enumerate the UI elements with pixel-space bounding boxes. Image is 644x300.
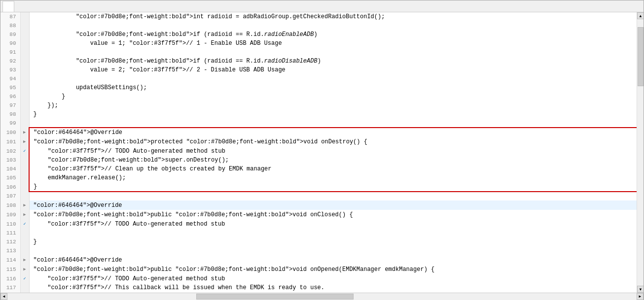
gutter-icon-cell — [20, 165, 29, 173]
line-number: 102 — [0, 146, 20, 156]
code-line: "color:#3f7f5f">// TODO Auto-generated m… — [29, 219, 637, 229]
table-row: 95 updateUSBSettings(); — [0, 83, 637, 92]
line-number: 113 — [0, 246, 20, 255]
code-line: "color:#7b0d8e;font-weight:bold">protect… — [29, 137, 637, 146]
gutter-icon-cell — [20, 156, 29, 165]
code-line: } — [29, 92, 637, 101]
code-line: "color:#3f7f5f">// Clean up the objects … — [29, 165, 637, 173]
gutter-icon-cell — [20, 66, 29, 74]
line-number: 114 — [0, 255, 20, 265]
line-number: 117 — [0, 283, 20, 292]
code-line: "color:#646464">@Override — [29, 128, 637, 137]
table-row: 115▶"color:#7b0d8e;font-weight:bold">pub… — [0, 265, 637, 274]
tab-bar — [0, 0, 644, 12]
gutter-icon-cell: ▶ — [20, 255, 29, 265]
code-line: value = 2; "color:#3f7f5f">// 2 - Disabl… — [29, 66, 637, 74]
scrollbar-down-arrow[interactable]: ▼ — [637, 286, 644, 293]
gutter-icon-cell — [20, 110, 29, 119]
line-number: 110 — [0, 219, 20, 229]
editor-tab[interactable] — [2, 1, 14, 12]
code-line — [29, 21, 637, 30]
table-row: 107 — [0, 192, 637, 200]
expand-arrow-icon[interactable]: ▶ — [23, 258, 26, 263]
table-row: 106} — [0, 182, 637, 192]
line-number: 115 — [0, 265, 20, 274]
gutter-icon-cell — [20, 74, 29, 83]
horizontal-scrollbar[interactable]: ◀ ▶ — [0, 293, 644, 300]
code-line: } — [29, 110, 637, 119]
table-row: 114▶"color:#646464">@Override — [0, 255, 637, 265]
line-number: 97 — [0, 101, 20, 110]
gutter-icon-cell — [20, 39, 29, 48]
vertical-scrollbar[interactable]: ▲ ▼ — [637, 12, 644, 293]
gutter-icon-cell — [20, 237, 29, 246]
expand-arrow-icon[interactable]: ▶ — [23, 267, 26, 272]
table-row: 96 } — [0, 92, 637, 101]
gutter-icon-cell — [20, 101, 29, 110]
code-line: "color:#7b0d8e;font-weight:bold">public … — [29, 265, 637, 274]
table-row: 88 — [0, 21, 637, 30]
table-row: 113 — [0, 246, 637, 255]
code-line — [29, 246, 637, 255]
gutter-icon-cell: ▶ — [20, 137, 29, 146]
code-line: emdkManager.release(); — [29, 173, 637, 182]
table-row: 89 "color:#7b0d8e;font-weight:bold">if (… — [0, 30, 637, 39]
code-line: "color:#646464">@Override — [29, 255, 637, 265]
gutter-icon-cell — [20, 30, 29, 39]
gutter-icon-cell — [20, 192, 29, 200]
code-line — [29, 119, 637, 128]
todo-icon: ✓ — [23, 276, 26, 281]
scrollbar-h-thumb[interactable] — [196, 294, 354, 300]
gutter-icon-cell — [20, 229, 29, 237]
line-number: 105 — [0, 173, 20, 182]
gutter-icon-cell — [20, 48, 29, 57]
scrollbar-right-arrow[interactable]: ▶ — [637, 293, 644, 300]
code-line: "color:#7b0d8e;font-weight:bold">if (rad… — [29, 57, 637, 66]
scrollbar-thumb[interactable] — [638, 27, 644, 86]
gutter-icon-cell: ✓ — [20, 274, 29, 283]
expand-arrow-icon[interactable]: ▶ — [23, 130, 26, 135]
line-number: 111 — [0, 229, 20, 237]
code-line: "color:#7b0d8e;font-weight:bold">int rad… — [29, 12, 637, 21]
editor-window: 87 "color:#7b0d8e;font-weight:bold">int … — [0, 0, 644, 300]
code-line: "color:#3f7f5f">// This callback will be… — [29, 283, 637, 292]
line-number: 98 — [0, 110, 20, 119]
line-number: 103 — [0, 156, 20, 165]
table-row: 109▶"color:#7b0d8e;font-weight:bold">pub… — [0, 210, 637, 219]
code-area[interactable]: 87 "color:#7b0d8e;font-weight:bold">int … — [0, 12, 637, 293]
table-row: 117 "color:#3f7f5f">// This callback wil… — [0, 283, 637, 292]
code-line: "color:#3f7f5f">// TODO Auto-generated m… — [29, 274, 637, 283]
line-number: 96 — [0, 92, 20, 101]
code-line: "color:#7b0d8e;font-weight:bold">if (rad… — [29, 30, 637, 39]
scrollbar-up-arrow[interactable]: ▲ — [637, 12, 644, 19]
code-line: "color:#3f7f5f">// TODO Auto-generated m… — [29, 146, 637, 156]
table-row: 92 "color:#7b0d8e;font-weight:bold">if (… — [0, 57, 637, 66]
line-number: 112 — [0, 237, 20, 246]
editor-body: 87 "color:#7b0d8e;font-weight:bold">int … — [0, 12, 644, 293]
scrollbar-left-arrow[interactable]: ◀ — [0, 293, 7, 300]
expand-arrow-icon[interactable]: ▶ — [23, 212, 26, 217]
scrollbar-track[interactable] — [7, 293, 637, 300]
table-row: 111 — [0, 229, 637, 237]
table-row: 104 "color:#3f7f5f">// Clean up the obje… — [0, 165, 637, 173]
code-line: } — [29, 182, 637, 192]
line-number: 116 — [0, 274, 20, 283]
gutter-icon-cell: ✓ — [20, 219, 29, 229]
table-row: 98} — [0, 110, 637, 119]
expand-arrow-icon[interactable]: ▶ — [23, 203, 26, 208]
line-number: 87 — [0, 12, 20, 21]
table-row: 93 value = 2; "color:#3f7f5f">// 2 - Dis… — [0, 66, 637, 74]
line-number: 107 — [0, 192, 20, 200]
gutter-icon-cell — [20, 283, 29, 292]
table-row: 103 "color:#7b0d8e;font-weight:bold">sup… — [0, 156, 637, 165]
expand-arrow-icon[interactable]: ▶ — [23, 139, 26, 144]
line-number: 94 — [0, 74, 20, 83]
line-number: 89 — [0, 30, 20, 39]
line-number: 104 — [0, 165, 20, 173]
line-number: 106 — [0, 182, 20, 192]
todo-icon: ✓ — [23, 149, 26, 154]
table-row: 99 — [0, 119, 637, 128]
code-line: }); — [29, 101, 637, 110]
gutter-icon-cell — [20, 246, 29, 255]
code-line: "color:#7b0d8e;font-weight:bold">super.o… — [29, 156, 637, 165]
